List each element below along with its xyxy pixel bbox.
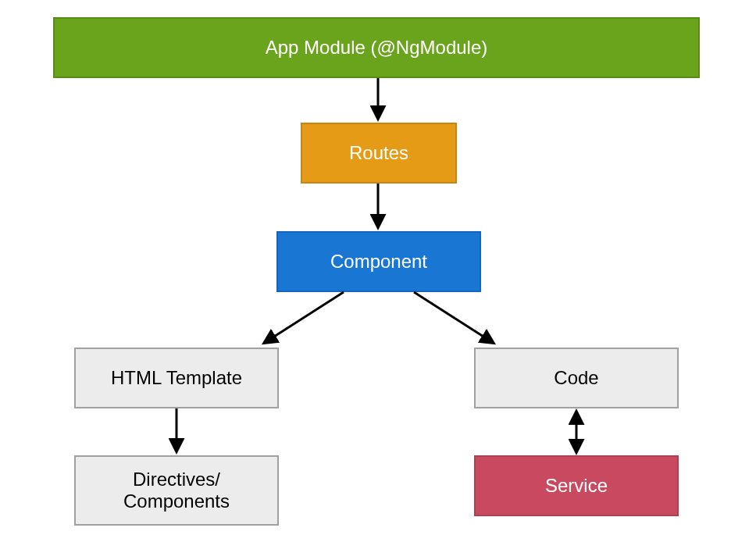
node-app-module: App Module (@NgModule) xyxy=(53,17,700,78)
node-code-label: Code xyxy=(554,367,598,389)
edge-component-htmltemplate xyxy=(266,292,344,342)
node-component: Component xyxy=(276,231,481,292)
node-code: Code xyxy=(474,348,679,408)
node-routes: Routes xyxy=(301,123,457,184)
node-component-label: Component xyxy=(330,251,427,273)
node-routes-label: Routes xyxy=(349,142,408,164)
node-service: Service xyxy=(474,455,679,516)
edge-component-code xyxy=(414,292,492,342)
architecture-diagram: App Module (@NgModule) Routes Component … xyxy=(0,0,756,542)
node-directives: Directives/ Components xyxy=(74,455,279,526)
node-html-template: HTML Template xyxy=(74,348,279,408)
node-html-template-label: HTML Template xyxy=(111,367,242,389)
node-service-label: Service xyxy=(545,475,608,497)
node-directives-label: Directives/ Components xyxy=(123,469,230,512)
node-app-module-label: App Module (@NgModule) xyxy=(266,37,488,59)
